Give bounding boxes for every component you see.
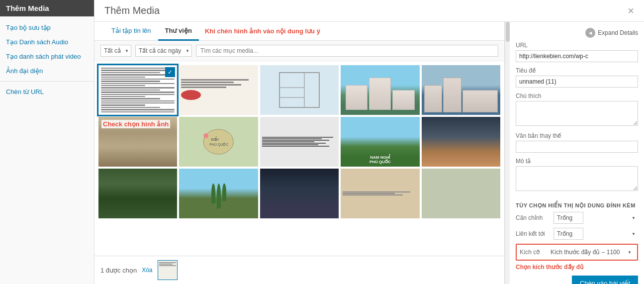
media-item-6[interactable]: Check chọn hình ảnh [98, 117, 177, 167]
url-input[interactable] [516, 50, 638, 62]
expand-details-button[interactable]: ◄ Expand Details [585, 26, 638, 42]
media-item-7[interactable]: BIỂN PHÚ QUỐC [179, 117, 258, 167]
date-filter[interactable]: Tất cả các ngày [135, 45, 192, 57]
filters-bar: Tất cả Tất cả các ngày [94, 41, 504, 61]
sidebar-link-collection[interactable]: Tạo bộ sưu tập [6, 24, 51, 31]
media-grid-wrapper: ✓ [94, 61, 504, 256]
align-row: Căn chỉnh Trống [516, 212, 638, 224]
sidebar: Thêm Media Tạo bộ sưu tập Tạo Danh sách … [0, 0, 94, 284]
sidebar-link-audio[interactable]: Tạo Danh sách Audio [6, 38, 68, 46]
type-filter[interactable]: Tất cả [100, 45, 131, 57]
attachment-options-title: TÙY CHỌN HIỂN THỊ NỘI DUNG ĐÍNH KÈM [516, 202, 638, 209]
selected-count: 1 được chọn [100, 267, 137, 274]
scrollbar-thumb [506, 22, 510, 42]
type-filter-wrapper: Tất cả [100, 45, 131, 57]
align-label: Căn chỉnh [516, 214, 551, 221]
tab-library[interactable]: Thư viện [158, 22, 199, 41]
media-item-14[interactable] [341, 169, 419, 218]
media-item-9[interactable]: NAM NGHỈPHÚ QUỐC [341, 117, 419, 167]
check-label: Check chọn hình ảnh [101, 120, 170, 128]
media-item-11[interactable] [98, 169, 177, 218]
svg-rect-0 [279, 73, 319, 107]
description-input[interactable] [516, 166, 638, 191]
sidebar-title: Thêm Media [0, 0, 94, 16]
sidebar-item-collection[interactable]: Tạo bộ sưu tập [0, 20, 94, 35]
sidebar-menu: Tạo bộ sưu tập Tạo Danh sách Audio Tạo d… [0, 16, 94, 103]
selected-check: ✓ [165, 67, 175, 77]
scrollbar[interactable] [505, 22, 510, 284]
description-label: Mô tả [516, 158, 638, 165]
search-input[interactable] [196, 45, 498, 57]
alt-field-row: Văn bản thay thế [516, 132, 638, 153]
clear-selection-link[interactable]: Xóa [142, 267, 152, 274]
sidebar-item-url[interactable]: Chèn từ URL [0, 85, 94, 99]
title-field-row: Tiêu đề [516, 67, 638, 88]
media-item-3[interactable] [260, 65, 339, 115]
media-item-4[interactable] [341, 65, 419, 115]
date-filter-wrapper: Tất cả các ngày [135, 45, 192, 57]
left-panel: Tải tập tin lên Thư viện Khi chèn hình ả… [94, 22, 505, 284]
sidebar-item-audio[interactable]: Tạo Danh sách Audio [0, 35, 94, 49]
size-select[interactable]: Kích thước đầy đủ – 1100 [548, 247, 634, 258]
expand-icon: ◄ [585, 28, 595, 38]
right-panel: ◄ Expand Details URL Tiêu đề Chú thích V… [510, 22, 644, 284]
title-label: Tiêu đề [516, 67, 638, 74]
size-hint: Chọn kích thước đầy đủ [516, 264, 638, 271]
tabs: Tải tập tin lên Thư viện Khi chèn hình ả… [94, 22, 504, 41]
size-row: Kích cỡ Kích thước đầy đủ – 1100 [516, 244, 638, 261]
media-item-10[interactable] [422, 117, 500, 167]
media-item-1[interactable]: ✓ [98, 65, 177, 115]
sidebar-divider [0, 81, 94, 82]
alt-label: Văn bản thay thế [516, 132, 638, 139]
svg-text:PHÚ QUỐC: PHÚ QUỐC [210, 142, 229, 147]
link-select[interactable]: Trống [553, 228, 583, 240]
title-input[interactable] [516, 76, 638, 88]
expand-details-label: Expand Details [598, 29, 638, 36]
bottom-bar: 1 được chọn Xóa [94, 256, 504, 284]
modal-header: Thêm Media × [94, 0, 644, 22]
media-item-13[interactable] [260, 169, 339, 218]
media-item-2[interactable] [179, 65, 258, 115]
align-select[interactable]: Trống [553, 212, 583, 224]
link-label: Liên kết tới [516, 230, 551, 237]
modal: Thêm Media × Tải tập tin lên Thư viện Kh… [94, 0, 644, 284]
size-select-wrapper: Kích thước đầy đủ – 1100 [548, 247, 634, 258]
tab-notice: Khi chèn hình ảnh vào nội dung lưu ý [205, 27, 320, 35]
link-row: Liên kết tới Trống [516, 228, 638, 240]
selected-thumbnail [158, 260, 178, 280]
alt-input[interactable] [516, 141, 638, 153]
sidebar-link-video[interactable]: Tạo danh sách phát video [6, 53, 81, 60]
sidebar-link-avatar[interactable]: Ảnh đại diện [6, 67, 43, 75]
svg-point-5 [204, 129, 234, 154]
link-select-wrapper: Trống [553, 228, 638, 240]
insert-button[interactable]: Chèn vào bài viết [572, 276, 638, 284]
modal-title: Thêm Media [104, 5, 160, 16]
description-field-row: Mô tả [516, 158, 638, 192]
modal-close-button[interactable]: × [628, 5, 634, 16]
media-item-8[interactable] [260, 117, 339, 167]
media-item-12[interactable] [179, 169, 258, 218]
url-field-row: URL [516, 42, 638, 62]
media-item-5[interactable] [422, 65, 500, 115]
sidebar-item-video[interactable]: Tạo danh sách phát video [0, 49, 94, 64]
size-label: Kích cỡ [520, 249, 545, 256]
media-grid: ✓ [98, 65, 500, 218]
sidebar-item-avatar[interactable]: Ảnh đại diện [0, 64, 94, 78]
caption-label: Chú thích [516, 93, 638, 99]
media-item-15[interactable] [422, 169, 500, 218]
url-label: URL [516, 42, 638, 49]
tab-upload[interactable]: Tải tập tin lên [104, 22, 158, 41]
caption-input[interactable] [516, 101, 638, 126]
align-select-wrapper: Trống [553, 212, 638, 224]
caption-field-row: Chú thích [516, 93, 638, 127]
modal-body: Tải tập tin lên Thư viện Khi chèn hình ả… [94, 22, 644, 284]
sidebar-link-url[interactable]: Chèn từ URL [6, 88, 44, 95]
svg-point-8 [204, 133, 209, 138]
